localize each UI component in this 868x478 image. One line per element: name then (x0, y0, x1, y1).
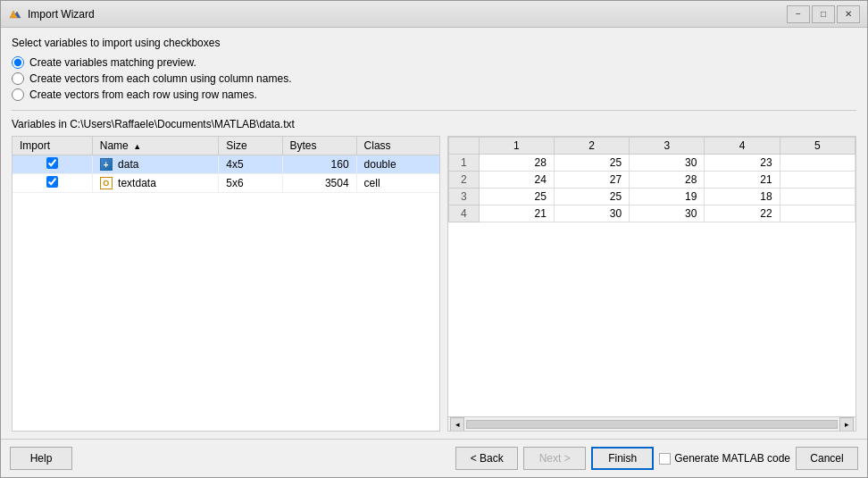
preview-cell-1-3: 30 (630, 155, 705, 172)
preview-cell-2-4: 21 (705, 172, 780, 189)
main-area: Import Name ▲ Size Bytes Class (12, 136, 856, 432)
preview-col-header-4: 4 (705, 138, 780, 155)
row-class-2: cell (356, 174, 439, 193)
preview-cell-2-3: 28 (630, 172, 705, 189)
row-check-1[interactable] (13, 155, 92, 174)
col-size: Size (219, 137, 282, 155)
preview-cell-4-5 (780, 205, 855, 222)
close-button[interactable]: ✕ (837, 5, 860, 23)
matlab-icon (8, 7, 22, 21)
minimize-button[interactable]: − (787, 5, 810, 23)
preview-row-1: 1 28 25 30 23 (449, 155, 855, 172)
radio-option-2[interactable]: Create vectors from each column using co… (12, 72, 856, 85)
window-controls: − □ ✕ (787, 5, 860, 23)
import-checkbox-2[interactable] (46, 176, 58, 188)
row-check-2[interactable] (13, 174, 92, 193)
row-name-1: data (92, 155, 218, 174)
scroll-track[interactable] (466, 420, 838, 429)
preview-rownum-2: 2 (449, 172, 480, 189)
preview-cell-3-5 (780, 189, 855, 205)
preview-row-2: 2 24 27 28 21 (449, 172, 855, 189)
col-name: Name ▲ (92, 137, 218, 155)
preview-cell-2-1: 24 (479, 172, 554, 189)
radio-option-1[interactable]: Create variables matching preview. (12, 56, 856, 69)
preview-col-header-0 (449, 138, 480, 155)
preview-panel: 1 2 3 4 5 1 28 25 (447, 136, 856, 432)
preview-col-header-3: 3 (630, 138, 705, 155)
scroll-left-arrow[interactable]: ◂ (450, 417, 464, 432)
preview-cell-4-2: 30 (554, 205, 629, 222)
col-bytes: Bytes (282, 137, 356, 155)
preview-table: 1 2 3 4 5 1 28 25 (448, 137, 855, 222)
cell-var-icon (100, 177, 113, 189)
radio-label-2: Create vectors from each column using co… (29, 72, 291, 85)
preview-row-3: 3 25 25 19 18 (449, 189, 855, 205)
window-title: Import Wizard (28, 8, 787, 21)
back-button[interactable]: < Back (455, 447, 518, 470)
radio-input-3[interactable] (12, 88, 24, 101)
radio-label-1: Create variables matching preview. (29, 56, 196, 69)
preview-cell-3-3: 19 (630, 189, 705, 205)
data-var-icon (100, 158, 113, 171)
var-name-1: data (118, 158, 138, 171)
maximize-button[interactable]: □ (812, 5, 835, 23)
radio-option-3[interactable]: Create vectors from each row using row n… (12, 88, 856, 101)
row-class-1: double (356, 155, 439, 174)
gen-code-label[interactable]: Generate MATLAB code (659, 452, 790, 465)
preview-cell-3-4: 18 (705, 189, 780, 205)
table-row: textdata 5x6 3504 cell (13, 174, 439, 193)
preview-cell-2-2: 27 (554, 172, 629, 189)
preview-cell-3-1: 25 (479, 189, 554, 205)
preview-cell-2-5 (780, 172, 855, 189)
preview-col-header-2: 2 (554, 138, 629, 155)
row-size-2: 5x6 (219, 174, 282, 193)
instruction-text: Select variables to import using checkbo… (12, 37, 856, 49)
radio-label-3: Create vectors from each row using row n… (29, 88, 257, 101)
gen-code-checkbox[interactable] (659, 453, 671, 465)
row-bytes-2: 3504 (282, 174, 356, 193)
gen-code-text: Generate MATLAB code (674, 452, 790, 465)
preview-col-header-5: 5 (780, 138, 855, 155)
preview-table-wrap: 1 2 3 4 5 1 28 25 (448, 137, 855, 416)
preview-rownum-1: 1 (449, 155, 480, 172)
radio-input-2[interactable] (12, 72, 24, 85)
help-button[interactable]: Help (10, 447, 72, 470)
row-bytes-1: 160 (282, 155, 356, 174)
title-bar: Import Wizard − □ ✕ (1, 1, 867, 28)
col-import: Import (13, 137, 92, 155)
finish-button[interactable]: Finish (591, 447, 654, 470)
content-area: Select variables to import using checkbo… (1, 28, 867, 439)
radio-input-1[interactable] (12, 56, 24, 69)
preview-rownum-4: 4 (449, 205, 480, 222)
variables-panel: Import Name ▲ Size Bytes Class (12, 136, 440, 432)
col-class: Class (356, 137, 439, 155)
import-checkbox-1[interactable] (46, 157, 58, 169)
preview-col-header-1: 1 (479, 138, 554, 155)
radio-group: Create variables matching preview. Creat… (12, 56, 856, 101)
sort-arrow-icon: ▲ (133, 142, 141, 151)
preview-cell-4-3: 30 (630, 205, 705, 222)
preview-cell-1-4: 23 (705, 155, 780, 172)
preview-cell-1-2: 25 (554, 155, 629, 172)
var-name-2: textdata (118, 177, 156, 189)
preview-cell-3-2: 25 (554, 189, 629, 205)
horizontal-scrollbar: ◂ ▸ (448, 416, 855, 431)
filepath-label: Variables in C:\Users\Raffaele\Documents… (12, 110, 856, 130)
scroll-right-arrow[interactable]: ▸ (839, 417, 854, 432)
row-size-1: 4x5 (219, 155, 282, 174)
footer: Help < Back Next > Finish Generate MATLA… (1, 439, 867, 477)
preview-cell-4-1: 21 (479, 205, 554, 222)
preview-cell-1-5 (780, 155, 855, 172)
next-button[interactable]: Next > (523, 447, 586, 470)
preview-cell-1-1: 28 (479, 155, 554, 172)
preview-cell-4-4: 22 (705, 205, 780, 222)
row-name-2: textdata (92, 174, 218, 193)
table-row: data 4x5 160 double (13, 155, 439, 174)
preview-row-4: 4 21 30 30 22 (449, 205, 855, 222)
cancel-button[interactable]: Cancel (796, 447, 858, 470)
import-wizard-window: Import Wizard − □ ✕ Select variables to … (0, 0, 868, 478)
variables-table: Import Name ▲ Size Bytes Class (13, 137, 439, 193)
preview-rownum-3: 3 (449, 189, 480, 205)
